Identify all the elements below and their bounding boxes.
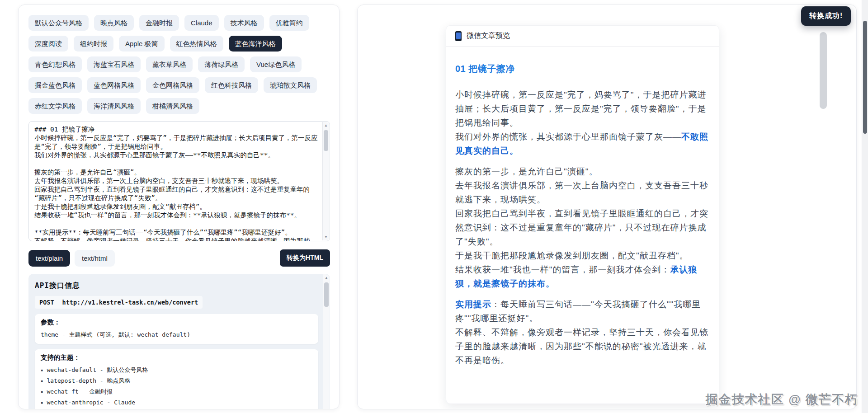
article-paragraph: 小时候摔碎碗，第一反应是"完了，妈要骂了"，于是把碎片藏进抽屉；长大后项目黄了，… (455, 88, 710, 158)
page-scrollbar[interactable] (862, 0, 868, 413)
theme-tag[interactable]: 技术风格 (224, 15, 264, 31)
theme-tag[interactable]: 默认公众号风格 (28, 15, 89, 31)
api-themes-list: wechat-default - 默认公众号风格latepost-depth -… (41, 365, 312, 409)
article-paragraph: 实用提示：每天睡前写三句话——"今天我搞砸了什么""我哪里疼""我哪里还挺好"。… (455, 297, 710, 367)
editor-scrollbar[interactable]: ▲ ▼ (322, 122, 329, 240)
api-theme-item: latepost-depth - 晚点风格 (41, 375, 312, 386)
theme-tag[interactable]: 纽约时报 (74, 36, 113, 52)
toast-success: 转换成功! (801, 6, 851, 26)
markdown-editor-text[interactable]: ### 01 把镜子擦净 小时候摔碎碗，第一反应是“完了，妈要骂了”，于是把碎片… (34, 125, 320, 241)
theme-tag[interactable]: 掘金蓝色风格 (28, 77, 82, 93)
theme-tag[interactable]: 金融时报 (139, 15, 179, 31)
highlight-text: 承认狼狈，就是擦镜子的抹布。 (455, 265, 698, 288)
api-method: POST (39, 299, 54, 306)
api-theme-item: wechat-anthropic - Claude (41, 397, 312, 408)
page: 转换成功! 默认公众号风格晚点风格金融时报Claude技术风格优雅简约深度阅读纽… (0, 0, 868, 413)
article-paragraph: 擦灰的第一步，是允许自己"演砸"。去年我报名演讲俱乐部，第一次上台脑内空白，支支… (455, 164, 710, 291)
api-info-panel: API接口信息 POSThttp://v1.kestrel-task.cn/we… (28, 274, 330, 409)
theme-tag[interactable]: 琥珀散文风格 (264, 77, 317, 93)
preview-title: 微信文章预览 (467, 31, 510, 41)
theme-tag[interactable]: 海洋清风风格 (87, 98, 141, 114)
api-params-list: theme - 主题样式 (可选, 默认: wechat-default) (41, 329, 312, 340)
theme-tag[interactable]: 深度阅读 (28, 36, 68, 52)
preview-panel: 微信文章预览 01 把镜子擦净小时候摔碎碗，第一反应是"完了，妈要骂了"，于是把… (357, 5, 857, 409)
theme-tag[interactable]: 金色网格风格 (146, 77, 199, 93)
theme-tag[interactable]: 赤红文学风格 (28, 98, 82, 114)
theme-tag[interactable]: 红色热情风格 (170, 36, 223, 52)
api-theme-item: wechat-ft - 金融时报 (41, 386, 312, 397)
theme-tag[interactable]: 蓝色网格风格 (87, 77, 141, 93)
phone-icon (455, 31, 462, 41)
theme-tag[interactable]: 柑橘清风风格 (146, 98, 199, 114)
preview-scrollbar-thumb[interactable] (820, 32, 827, 109)
theme-tag[interactable]: Claude (184, 15, 219, 31)
theme-tag[interactable]: 蓝色海洋风格 (229, 36, 282, 52)
watermark: 掘金技术社区 @ 微芒不朽 (706, 391, 858, 408)
scroll-up-icon[interactable]: ▲ (323, 123, 329, 127)
format-button[interactable]: text/plain (28, 250, 70, 267)
convert-button[interactable]: 转换为HTML (280, 249, 330, 267)
scroll-down-icon[interactable]: ▼ (323, 409, 330, 409)
editor-scrollbar-thumb[interactable] (324, 130, 328, 151)
api-themes-title: 支持的主题： (41, 353, 312, 362)
api-params-title: 参数： (41, 318, 312, 327)
wechat-preview-card: 微信文章预览 01 把镜子擦净小时候摔碎碗，第一反应是"完了，妈要骂了"，于是把… (446, 25, 719, 404)
scroll-down-icon[interactable]: ▼ (323, 235, 329, 239)
api-info-title: API接口信息 (35, 281, 318, 291)
api-themes-box: 支持的主题： wechat-default - 默认公众号风格latepost-… (35, 349, 318, 409)
theme-tag[interactable]: 薄荷绿风格 (198, 56, 245, 72)
theme-tag[interactable]: Vue绿色风格 (250, 56, 302, 72)
theme-tag[interactable]: Apple 极简 (119, 36, 165, 52)
highlight-text: 不敢照见真实的自己。 (455, 132, 708, 155)
highlight-text: 实用提示 (455, 300, 491, 309)
page-scrollbar-thumb[interactable] (863, 21, 867, 134)
api-theme-item: wechat-default - 默认公众号风格 (41, 365, 312, 375)
api-theme-item: wechat-tech - 技术风格 (41, 408, 312, 409)
theme-tag-list: 默认公众号风格晚点风格金融时报Claude技术风格优雅简约深度阅读纽约时报App… (28, 15, 332, 114)
scroll-up-icon[interactable]: ▲ (323, 276, 330, 280)
article-heading: 01 把镜子擦净 (455, 63, 710, 75)
api-endpoint: POSThttp://v1.kestrel-task.cn/web/conver… (35, 296, 203, 309)
converter-panel: 默认公众号风格晚点风格金融时报Claude技术风格优雅简约深度阅读纽约时报App… (18, 5, 340, 409)
theme-tag[interactable]: 优雅简约 (269, 15, 309, 31)
api-url: http://v1.kestrel-task.cn/web/convert (62, 299, 198, 306)
format-button-row: text/plaintext/html 转换为HTML (28, 249, 330, 267)
api-scrollbar[interactable]: ▲ ▼ (323, 274, 330, 409)
theme-tag[interactable]: 海蓝宝石风格 (87, 56, 141, 72)
api-params-box: 参数： theme - 主题样式 (可选, 默认: wechat-default… (35, 314, 318, 344)
theme-tag[interactable]: 薰衣草风格 (146, 56, 193, 72)
theme-tag[interactable]: 红色科技风格 (205, 77, 258, 93)
api-scrollbar-thumb[interactable] (324, 282, 329, 307)
theme-tag[interactable]: 青色幻想风格 (28, 56, 82, 72)
format-button[interactable]: text/html (75, 250, 115, 267)
format-buttons: text/plaintext/html (28, 250, 115, 267)
theme-tag[interactable]: 晚点风格 (94, 15, 134, 31)
article-preview: 01 把镜子擦净小时候摔碎碗，第一反应是"完了，妈要骂了"，于是把碎片藏进抽屉；… (446, 47, 719, 367)
preview-header: 微信文章预览 (446, 26, 719, 47)
markdown-editor[interactable]: ### 01 把镜子擦净 小时候摔碎碗，第一反应是“完了，妈要骂了”，于是把碎片… (28, 121, 330, 241)
api-param: theme - 主题样式 (可选, 默认: wechat-default) (41, 329, 312, 340)
